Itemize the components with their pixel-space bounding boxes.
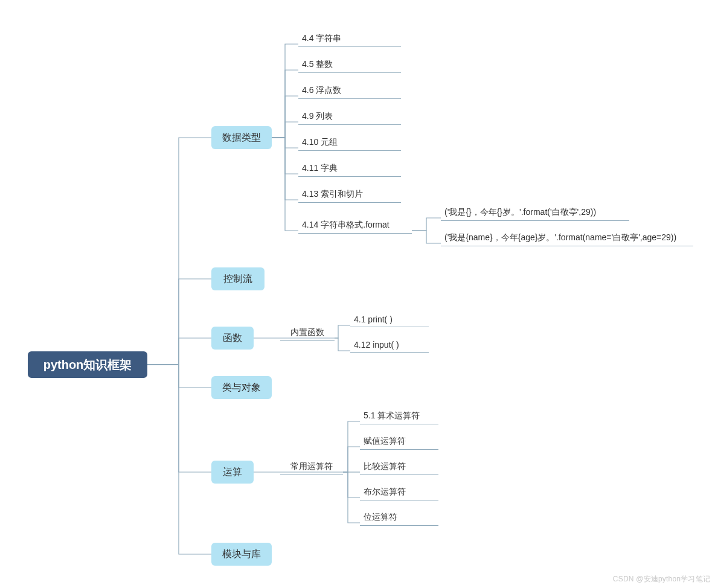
leaf-node-format[interactable]: 4.14 字符串格式.format	[298, 217, 412, 234]
leaf-label: 4.9 列表	[302, 111, 333, 121]
leaf-label: 4.12 input( )	[354, 340, 399, 350]
leaf-format-example[interactable]: ('我是{}，今年{}岁。'.format('白敬亭',29))	[441, 205, 629, 221]
root-node[interactable]: python知识框架	[28, 351, 147, 378]
branch-modules[interactable]: 模块与库	[211, 543, 272, 566]
branch-classes[interactable]: 类与对象	[211, 376, 272, 399]
leaf-node[interactable]: 布尔运算符	[360, 484, 438, 500]
leaf-node[interactable]: 4.12 input( )	[350, 337, 429, 353]
leaf-label: 4.1 print( )	[354, 315, 393, 324]
branch-label: 控制流	[223, 273, 252, 286]
leaf-node[interactable]: 4.10 元组	[298, 135, 401, 151]
leaf-label: 布尔运算符	[364, 487, 406, 496]
leaf-node[interactable]: 4.6 浮点数	[298, 83, 401, 99]
watermark-text: CSDN @安迪python学习笔记	[613, 574, 710, 584]
branch-label: 类与对象	[222, 382, 261, 394]
leaf-node[interactable]: 4.4 字符串	[298, 31, 401, 47]
leaf-node[interactable]: 赋值运算符	[360, 433, 438, 450]
leaf-node[interactable]: 位运算符	[360, 510, 438, 526]
leaf-label: 4.4 字符串	[302, 33, 341, 43]
leaf-node[interactable]: 4.5 整数	[298, 57, 401, 73]
leaf-label: 4.14 字符串格式.format	[302, 220, 390, 229]
leaf-node[interactable]: 比较运算符	[360, 459, 438, 475]
root-label: python知识框架	[43, 357, 132, 373]
branch-operations[interactable]: 运算	[211, 461, 254, 484]
leaf-node[interactable]: 4.11 字典	[298, 161, 401, 177]
leaf-label: 赋值运算符	[364, 436, 406, 446]
leaf-format-example[interactable]: ('我是{name}，今年{age}岁。'.format(name='白敬亭',…	[441, 230, 693, 246]
branch-label: 数据类型	[222, 132, 261, 144]
leaf-node[interactable]: 4.1 print( )	[350, 312, 429, 327]
mid-label: 常用运算符	[290, 461, 333, 471]
branch-label: 模块与库	[222, 548, 261, 561]
mid-label: 内置函数	[290, 327, 324, 337]
mid-node-common-operators[interactable]: 常用运算符	[280, 459, 343, 475]
leaf-label: 4.10 元组	[302, 137, 338, 147]
leaf-label: ('我是{name}，今年{age}岁。'.format(name='白敬亭',…	[444, 232, 676, 242]
leaf-label: 4.11 字典	[302, 163, 338, 173]
branch-data-types[interactable]: 数据类型	[211, 126, 272, 149]
leaf-label: 4.6 浮点数	[302, 85, 341, 95]
leaf-node[interactable]: 5.1 算术运算符	[360, 408, 438, 424]
leaf-label: ('我是{}，今年{}岁。'.format('白敬亭',29))	[444, 207, 596, 217]
branch-label: 函数	[223, 332, 242, 345]
leaf-node[interactable]: 4.9 列表	[298, 109, 401, 125]
leaf-node[interactable]: 4.13 索引和切片	[298, 187, 401, 203]
leaf-label: 4.5 整数	[302, 59, 333, 69]
branch-control-flow[interactable]: 控制流	[211, 267, 265, 290]
mid-node-builtin-functions[interactable]: 内置函数	[280, 325, 335, 341]
leaf-label: 4.13 索引和切片	[302, 189, 363, 199]
leaf-label: 5.1 算术运算符	[364, 411, 420, 420]
leaf-label: 位运算符	[364, 512, 397, 522]
branch-label: 运算	[223, 466, 242, 479]
leaf-label: 比较运算符	[364, 461, 406, 471]
branch-functions[interactable]: 函数	[211, 327, 254, 350]
